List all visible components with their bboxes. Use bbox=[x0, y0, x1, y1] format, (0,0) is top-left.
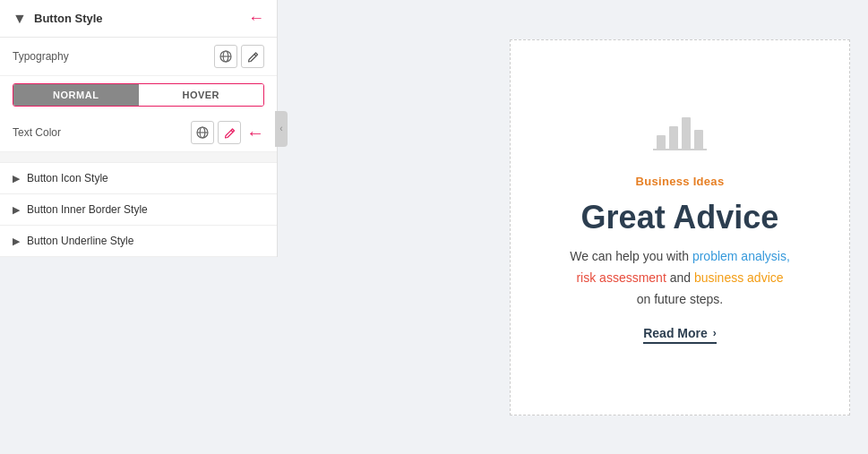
read-more-button[interactable]: Read More › bbox=[643, 326, 717, 344]
expand-icon-1: ▶ bbox=[13, 173, 20, 184]
typography-row: Typography bbox=[0, 38, 277, 76]
tab-hover[interactable]: HOVER bbox=[139, 84, 264, 106]
left-panel: ▼ Button Style ← Typography bbox=[0, 0, 278, 257]
highlight-red: risk assessment bbox=[576, 270, 666, 285]
typography-icons bbox=[214, 45, 264, 68]
section-title: Button Style bbox=[34, 12, 236, 25]
divider-space bbox=[0, 152, 277, 163]
highlight-yellow: business advice bbox=[694, 270, 784, 285]
card-chart-icon bbox=[653, 110, 707, 160]
expand-icon-2: ▶ bbox=[13, 204, 20, 216]
tab-normal[interactable]: NORMAL bbox=[13, 84, 139, 106]
expand-button-icon-style[interactable]: ▶ Button Icon Style bbox=[0, 163, 277, 194]
collapse-handle[interactable]: ‹ bbox=[275, 111, 288, 147]
text-color-globe-btn[interactable] bbox=[191, 121, 214, 144]
preview-card: Business Ideas Great Advice We can help … bbox=[510, 39, 850, 415]
typography-label: Typography bbox=[13, 50, 214, 63]
collapse-handle-icon: ‹ bbox=[279, 124, 282, 133]
card-subtitle: Business Ideas bbox=[636, 175, 725, 188]
collapse-icon[interactable]: ▼ bbox=[13, 12, 27, 26]
expand-label-1: Button Icon Style bbox=[27, 172, 108, 184]
text-color-picker-btn[interactable] bbox=[218, 121, 241, 144]
text-color-row: Text Color ← bbox=[0, 114, 277, 152]
card-title: Great Advice bbox=[581, 199, 779, 236]
arrow-annotation-1: ← bbox=[248, 9, 264, 28]
expand-button-underline-style[interactable]: ▶ Button Underline Style bbox=[0, 226, 277, 257]
highlight-blue: problem analysis, bbox=[692, 249, 790, 263]
expand-icon-3: ▶ bbox=[13, 236, 20, 247]
left-panel-wrapper: ▼ Button Style ← Typography bbox=[0, 0, 278, 454]
svg-rect-8 bbox=[682, 117, 691, 150]
card-body: We can help you with problem analysis, r… bbox=[570, 246, 790, 310]
svg-rect-6 bbox=[657, 135, 666, 150]
read-more-label: Read More bbox=[643, 326, 708, 340]
section-header[interactable]: ▼ Button Style ← bbox=[0, 0, 277, 38]
text-color-icons bbox=[191, 121, 241, 144]
read-more-chevron-icon: › bbox=[713, 327, 717, 339]
right-preview-panel: Business Ideas Great Advice We can help … bbox=[492, 0, 868, 454]
typography-globe-btn[interactable] bbox=[214, 45, 237, 68]
expand-label-3: Button Underline Style bbox=[27, 235, 133, 247]
text-color-label: Text Color bbox=[13, 126, 191, 139]
typography-edit-btn[interactable] bbox=[241, 45, 264, 68]
middle-gap bbox=[278, 0, 492, 454]
expand-label-2: Button Inner Border Style bbox=[27, 203, 148, 216]
svg-rect-9 bbox=[694, 130, 703, 150]
expand-button-inner-border-style[interactable]: ▶ Button Inner Border Style bbox=[0, 194, 277, 226]
arrow-annotation-2: ← bbox=[246, 123, 264, 143]
svg-rect-7 bbox=[669, 126, 678, 150]
normal-hover-tabs: NORMAL HOVER bbox=[13, 83, 264, 107]
